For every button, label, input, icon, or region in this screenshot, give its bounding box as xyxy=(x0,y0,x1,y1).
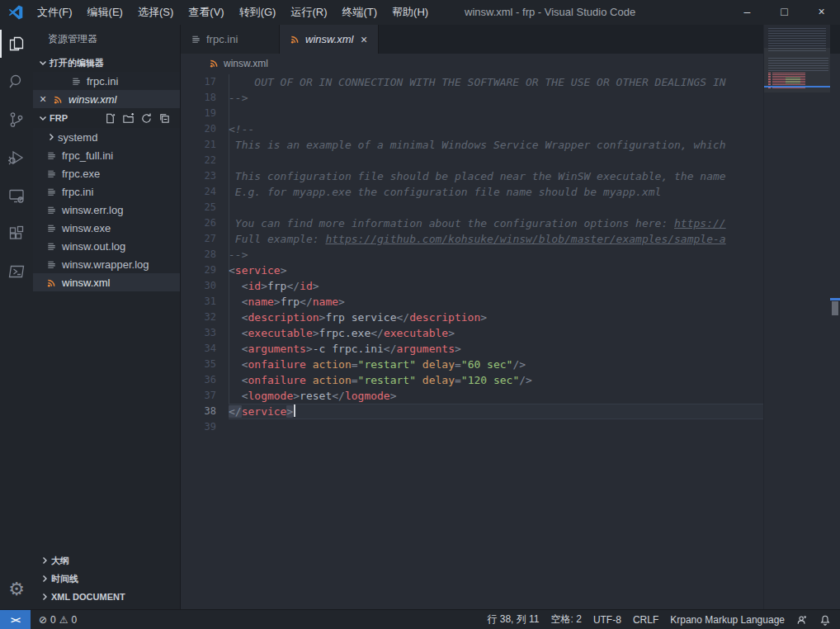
code-token: </ xyxy=(384,343,397,355)
tree-item-winsw.wrapper.log[interactable]: winsw.wrapper.log xyxy=(33,255,180,273)
line-number: 20 xyxy=(181,121,229,137)
menu-item[interactable]: 文件(F) xyxy=(30,0,80,25)
code-line[interactable]: 24 E.g. for myapp.exe the configuration … xyxy=(181,184,763,200)
menu-item[interactable]: 转到(G) xyxy=(232,0,284,25)
run-and-debug-icon[interactable] xyxy=(0,139,33,177)
cursor-position-status[interactable]: 行 38, 列 11 xyxy=(481,610,545,629)
collapse-all-icon[interactable] xyxy=(155,110,173,126)
code-line[interactable]: 28--> xyxy=(181,247,763,262)
scrollbar-thumb[interactable] xyxy=(832,301,838,315)
code-token: This is an example of a minimal Windows … xyxy=(229,139,726,151)
tree-item-winsw.exe[interactable]: winsw.exe xyxy=(33,219,180,237)
new-folder-icon[interactable] xyxy=(119,110,137,126)
menu-item[interactable]: 终端(T) xyxy=(334,0,385,25)
code-token: https://github.com/kohsuke/winsw/blob/ma… xyxy=(325,233,725,245)
code-line[interactable]: 20<!-- xyxy=(181,121,763,137)
ini-file-icon xyxy=(45,239,58,253)
code-line[interactable]: 33 <executable>frpc.exe</executable> xyxy=(181,325,763,341)
code-line[interactable]: 36 <onfailure action="restart" delay="12… xyxy=(181,372,763,388)
menu-item[interactable]: 编辑(E) xyxy=(80,0,130,25)
tree-item-systemd[interactable]: systemd xyxy=(33,128,180,146)
maximize-button[interactable]: □ xyxy=(766,0,803,25)
workspace-folder-header[interactable]: FRP xyxy=(33,108,180,128)
remote-explorer-icon[interactable] xyxy=(0,177,33,215)
code-line[interactable]: 29<service> xyxy=(181,262,763,278)
feedback-icon[interactable] xyxy=(790,610,814,629)
menu-item[interactable]: 帮助(H) xyxy=(385,0,436,25)
timeline-section-header[interactable]: 时间线 xyxy=(33,570,180,588)
tab-frpc-ini[interactable]: frpc.ini xyxy=(181,25,280,54)
code-line[interactable]: 35 <onfailure action="restart" delay="60… xyxy=(181,357,763,372)
menu-item[interactable]: 选择(S) xyxy=(130,0,181,25)
minimap[interactable] xyxy=(763,25,830,609)
tree-item-winsw.xml[interactable]: winsw.xml xyxy=(33,273,180,291)
tree-item-frpc_full.ini[interactable]: frpc_full.ini xyxy=(33,146,180,164)
outline-section-header[interactable]: 大纲 xyxy=(33,551,180,570)
code-line[interactable]: 37 <logmode>reset</logmode> xyxy=(181,388,763,404)
tree-item-frpc.exe[interactable]: frpc.exe xyxy=(33,164,180,182)
menu-item[interactable]: 查看(V) xyxy=(181,0,231,25)
problems-status[interactable]: ⊘ 0 ⚠ 0 xyxy=(31,610,83,629)
code-token: You can find more information about the … xyxy=(229,217,674,229)
code-line[interactable]: 32 <description>frp service</description… xyxy=(181,310,763,325)
powershell-icon[interactable] xyxy=(0,253,33,291)
xml-document-section-header[interactable]: XML DOCUMENT xyxy=(33,588,180,606)
code-token: > xyxy=(455,343,461,355)
code-line[interactable]: 30 <id>frp</id> xyxy=(181,278,763,294)
explorer-icon[interactable] xyxy=(0,25,33,63)
indentation-status[interactable]: 空格: 2 xyxy=(545,610,588,629)
open-editor-item-winsw-xml[interactable]: × winsw.xml xyxy=(33,90,180,108)
breadcrumb[interactable]: winsw.xml xyxy=(181,54,840,73)
code-token: --> xyxy=(229,248,248,261)
refresh-icon[interactable] xyxy=(137,110,155,126)
code-token: frp xyxy=(267,280,286,292)
tree-item-label: frpc.ini xyxy=(62,186,93,198)
code-token: action xyxy=(313,374,352,386)
code-line[interactable]: 31 <name>frp</name> xyxy=(181,294,763,310)
new-file-icon[interactable] xyxy=(101,110,119,126)
code-line[interactable]: 18--> xyxy=(181,90,763,106)
tree-item-winsw.out.log[interactable]: winsw.out.log xyxy=(33,237,180,255)
close-window-button[interactable]: × xyxy=(803,0,840,25)
tree-item-winsw.err.log[interactable]: winsw.err.log xyxy=(33,201,180,219)
open-editors-header[interactable]: 打开的编辑器 xyxy=(33,54,180,72)
code-line[interactable]: 25 xyxy=(181,200,763,215)
file-tree: systemdfrpc_full.inifrpc.exefrpc.iniwins… xyxy=(33,128,180,291)
code-token: description xyxy=(248,311,319,324)
code-line[interactable]: 34 <arguments>-c frpc.ini</arguments> xyxy=(181,341,763,357)
code-line[interactable]: 27 Full example: https://github.com/kohs… xyxy=(181,231,763,247)
tree-item-label: winsw.err.log xyxy=(62,204,123,216)
search-icon[interactable] xyxy=(0,63,33,101)
code-token: > xyxy=(306,343,313,355)
tree-item-label: frpc.exe xyxy=(62,168,100,180)
code-line[interactable]: 19 xyxy=(181,106,763,121)
tab-winsw-xml[interactable]: winsw.xml × xyxy=(280,25,379,54)
close-tab-icon[interactable]: × xyxy=(356,33,371,46)
language-mode-status[interactable]: Krpano Markup Language xyxy=(664,610,790,629)
code-line[interactable]: 38</service> xyxy=(181,404,763,419)
extensions-icon[interactable] xyxy=(0,215,33,253)
code-line[interactable]: 22 xyxy=(181,153,763,168)
eol-status[interactable]: CRLF xyxy=(627,610,664,629)
code-line[interactable]: 26 You can find more information about t… xyxy=(181,215,763,231)
close-editor-icon[interactable]: × xyxy=(36,92,50,106)
notifications-bell-icon[interactable] xyxy=(814,610,837,629)
encoding-status[interactable]: UTF-8 xyxy=(588,610,627,629)
code-editor[interactable]: 17 OUT OF OR IN CONNECTION WITH THE SOFT… xyxy=(181,73,763,609)
source-control-icon[interactable] xyxy=(0,101,33,139)
code-line[interactable]: 17 OUT OF OR IN CONNECTION WITH THE SOFT… xyxy=(181,74,763,90)
tree-item-frpc.ini[interactable]: frpc.ini xyxy=(33,182,180,201)
line-number: 19 xyxy=(181,106,229,121)
menu-item[interactable]: 运行(R) xyxy=(283,0,334,25)
code-token xyxy=(229,296,242,308)
vscode-logo-icon xyxy=(8,5,23,20)
open-editor-item-frpc-ini[interactable]: frpc.ini xyxy=(33,72,180,90)
settings-gear-icon[interactable]: ⚙ xyxy=(0,573,33,606)
code-text: <id>frp</id> xyxy=(229,278,763,294)
code-token: "restart" xyxy=(358,358,416,371)
code-line[interactable]: 21 This is an example of a minimal Windo… xyxy=(181,137,763,153)
minimize-button[interactable]: – xyxy=(729,0,766,25)
remote-indicator[interactable]: >< xyxy=(0,610,31,629)
code-line[interactable]: 23 This configuration file should be pla… xyxy=(181,168,763,184)
code-line[interactable]: 39 xyxy=(181,419,763,435)
